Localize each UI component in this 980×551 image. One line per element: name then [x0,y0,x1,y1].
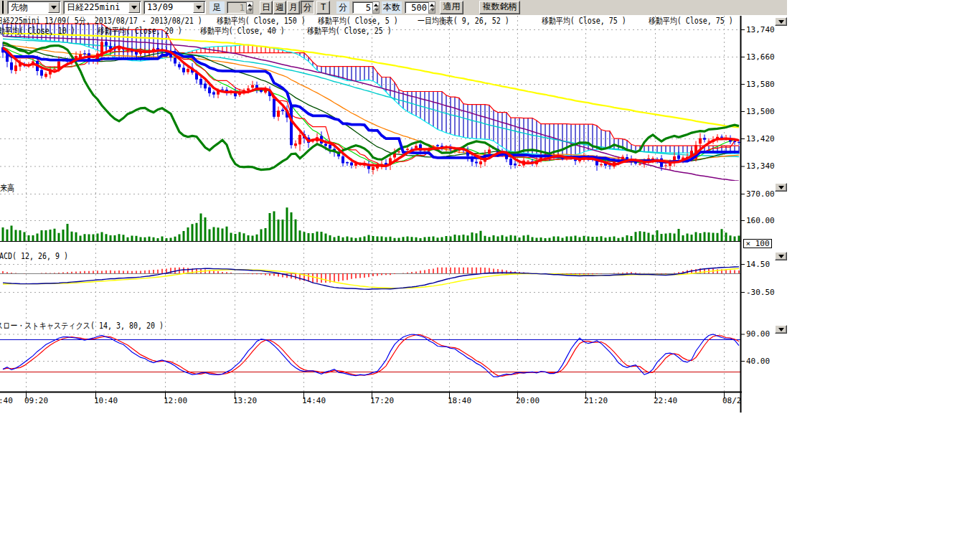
stoch-panel-menu-button[interactable] [775,325,787,334]
period-minute-button[interactable]: 分 [301,1,314,14]
line-ma25 [3,45,739,161]
time-label-1840: 18:40 [448,397,471,405]
market-type-dropdown-icon[interactable] [48,2,60,13]
volume-tick-160: 160.00 [746,217,775,225]
line-ma5 [3,47,739,166]
market-type-select[interactable]: 先物 [7,1,61,14]
market-type-value: 先物 [8,2,47,13]
time-label-2000: 20:00 [516,397,540,405]
macd-panel-menu-button[interactable] [775,252,787,260]
time-label-0822: 08/22 [722,397,741,405]
symbol-value: 日経225mini [64,2,128,13]
volume-bars [2,207,740,241]
time-label-2240: 22:40 [654,397,677,405]
line-ma10 [3,47,739,165]
time-label-1040: 10:40 [94,397,118,405]
bar-type-label: 足 [209,1,225,14]
bar-count-spinner[interactable] [428,1,435,14]
symbol-select[interactable]: 日経225mini [63,1,141,14]
bar-count-input[interactable]: 500 [405,1,429,14]
time-label-1200: 12:00 [164,397,187,405]
stoch-d-line [3,335,739,377]
app-window: 先物 日経225mini 13/09 足 1 日 週 月 分 T 分 5 本数 … [0,0,980,551]
contract-month-value: 13/09 [144,2,192,13]
time-label-2120: 21:20 [584,397,608,405]
price-tick-13660: 13,660 [746,53,775,62]
time-label-0920: 09:20 [24,397,48,405]
minute-value-input[interactable]: 5 [352,1,373,14]
toolbar: 先物 日経225mini 13/09 足 1 日 週 月 分 T 分 5 本数 … [0,0,787,15]
time-label-1320: 13:20 [233,397,257,405]
time-axis: :40 09:20 10:40 12:00 13:20 14:40 17:20 … [0,395,741,407]
macd-tick-1450: 14.50 [746,260,770,269]
bar-interval-spinner[interactable] [246,1,253,14]
contract-month-select[interactable]: 13/09 [143,1,206,14]
symbol-dropdown-icon[interactable] [128,2,140,13]
price-tick-13340: 13,340 [746,162,775,171]
minute-label: 分 [336,1,349,14]
line-senkou_a [3,36,739,155]
price-tick-13420: 13,420 [746,135,775,143]
volume-tick-370: 370.00 [746,190,775,199]
time-label-1440: 14:40 [302,397,326,405]
price-tick-13500: 13,500 [746,108,775,116]
volume-multiplier-badge: × 100 [743,239,772,248]
macd-tick-neg3050: -30.50 [746,288,775,297]
period-day-button[interactable]: 日 [260,1,273,14]
minute-spinner[interactable] [372,1,380,14]
price-tick-13740: 13,740 [746,26,775,34]
macd-line [3,267,739,289]
time-label-1720: 17:20 [370,397,394,405]
time-label-0840: :40 [0,397,13,405]
period-week-button[interactable]: 週 [273,1,286,14]
stoch-k-line [3,334,739,377]
bar-count-label: 本数 [382,1,402,14]
multi-symbol-button[interactable]: 複数銘柄 [479,1,520,14]
stoch-tick-90: 90.00 [746,330,770,339]
line-kijun [3,49,739,162]
price-tick-13580: 13,580 [746,80,775,89]
period-month-button[interactable]: 月 [287,1,300,14]
ichimoku-cloud-bear-hatch [3,24,739,155]
chart-canvas [0,0,980,551]
stoch-tick-40: 40.00 [746,357,770,366]
bar-interval-input[interactable]: 1 [227,1,247,14]
price-panel-menu-button[interactable] [775,17,787,26]
apply-button[interactable]: 適用 [440,1,463,14]
volume-panel-menu-button[interactable] [775,183,787,192]
period-tick-button[interactable]: T [316,1,330,14]
contract-month-dropdown-icon[interactable] [193,2,204,13]
partial-combobox[interactable] [0,1,4,14]
